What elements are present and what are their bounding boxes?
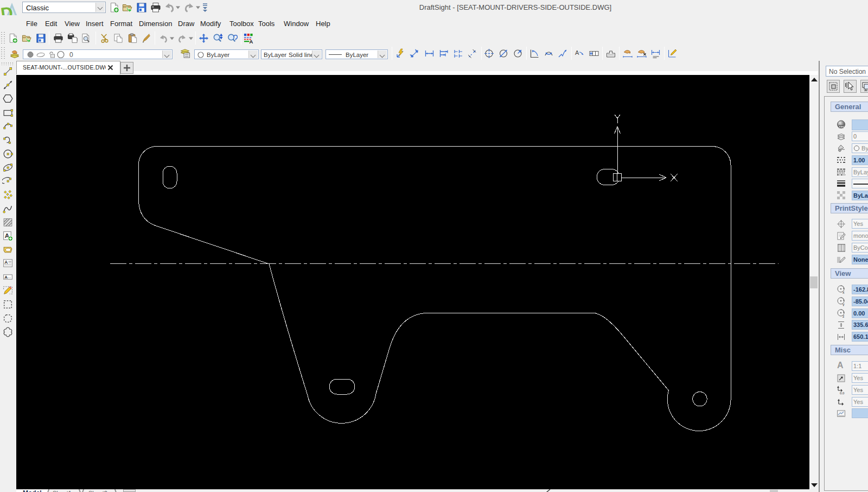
svg-text:A: A: [4, 260, 8, 265]
svg-text:A: A: [4, 275, 8, 280]
svg-text:x: x: [843, 291, 845, 294]
svg-text:A: A: [575, 49, 579, 56]
svg-text:0: 0: [69, 51, 73, 58]
svg-text:A: A: [249, 39, 253, 43]
svg-text:z: z: [843, 314, 845, 318]
svg-text:y: y: [843, 302, 845, 306]
svg-text:0,0: 0,0: [840, 392, 845, 395]
